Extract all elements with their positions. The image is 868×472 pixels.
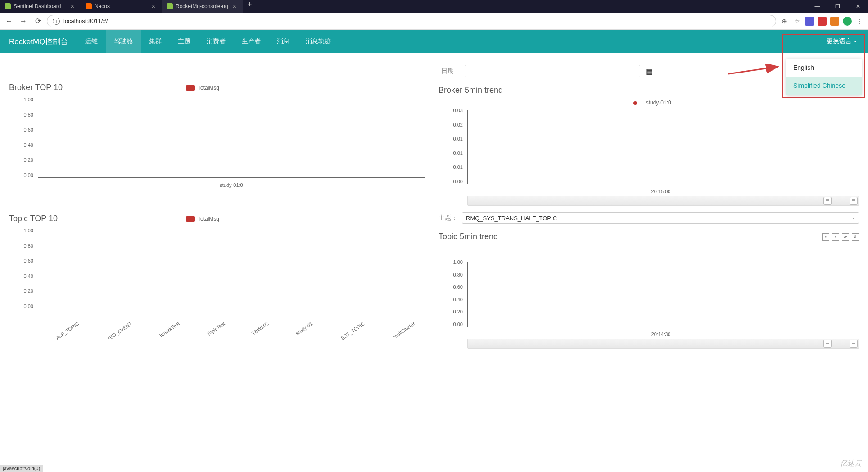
chart-topic-top: 1.00 0.80 0.60 0.40 0.20 0.00 ALF_TOPIC …	[9, 228, 429, 318]
caret-down-icon: ▾	[853, 216, 855, 221]
svg-line-1	[728, 67, 778, 74]
extension-icon[interactable]	[818, 17, 827, 26]
info-icon[interactable]: i	[53, 18, 60, 25]
maximize-button[interactable]: ❐	[827, 0, 848, 13]
close-icon[interactable]: ×	[231, 3, 238, 10]
calendar-icon[interactable]: ▦	[645, 67, 654, 76]
close-icon[interactable]: ×	[150, 3, 157, 10]
url-text: localhost:8011/#/	[63, 18, 108, 24]
nav-message-trace[interactable]: 消息轨迹	[298, 30, 339, 53]
zoom-icon[interactable]: ▫	[822, 233, 829, 241]
url-input[interactable]: i localhost:8011/#/	[47, 15, 776, 27]
tab-title: RocketMq-console-ng	[176, 3, 228, 9]
chart-topic-trend: 1.00 0.80 0.60 0.40 0.20 0.00 20:14:30	[439, 259, 859, 336]
download-icon[interactable]: ⇩	[852, 233, 859, 241]
chart-title-broker-top: Broker TOP 10	[9, 83, 63, 92]
lang-option-english[interactable]: English	[786, 59, 862, 77]
leaf-icon	[167, 3, 173, 9]
extension-icon[interactable]	[805, 17, 814, 26]
legend-broker-trend: —— study-01:0	[439, 100, 859, 106]
minimize-button[interactable]: —	[807, 0, 827, 13]
legend-swatch-icon	[186, 216, 195, 222]
menu-icon[interactable]: ⋮	[855, 17, 864, 26]
address-bar: ← → ⟳ i localhost:8011/#/ ⊕ ☆ ⋮	[0, 13, 868, 30]
topic-select[interactable]: RMQ_SYS_TRANS_HALF_TOPIC ▾	[462, 212, 859, 224]
topic-label: 主题：	[439, 214, 457, 222]
forward-button[interactable]: →	[18, 16, 29, 27]
annotation-arrow	[728, 64, 782, 77]
language-dropdown: English Simplified Chinese	[786, 59, 862, 95]
date-input[interactable]	[465, 65, 640, 77]
browser-tab-strip: Sentinel Dashboard × Nacos × RocketMq-co…	[0, 0, 868, 13]
zoom-reset-icon[interactable]: ▫	[832, 233, 839, 241]
back-button[interactable]: ←	[4, 16, 14, 27]
date-label: 日期：	[441, 67, 460, 75]
slider-handle-left[interactable]: ☰	[823, 197, 832, 205]
refresh-icon[interactable]: ⟳	[842, 233, 849, 241]
app-navbar: RocketMQ控制台 运维 驾驶舱 集群 主题 消费者 生产者 消息 消息轨迹…	[0, 30, 868, 53]
lang-option-chinese[interactable]: Simplified Chinese	[786, 77, 862, 95]
search-icon[interactable]: ⊕	[780, 17, 789, 26]
slider-handle-right[interactable]: ☰	[850, 340, 858, 348]
chart-broker-trend: 0.03 0.02 0.01 0.01 0.01 0.00 20:15:00	[439, 108, 859, 193]
close-window-button[interactable]: ✕	[848, 0, 868, 13]
language-switch[interactable]: 更换语言	[816, 37, 868, 45]
reload-button[interactable]: ⟳	[32, 16, 43, 27]
chart-broker-top: 1.00 0.80 0.60 0.40 0.20 0.00 study-01:0	[9, 97, 429, 187]
extension-icon[interactable]	[830, 17, 839, 26]
browser-tab-rocketmq[interactable]: RocketMq-console-ng ×	[162, 0, 243, 13]
tab-title: Nacos	[95, 3, 110, 9]
nav-topic[interactable]: 主题	[170, 30, 199, 53]
nav-message[interactable]: 消息	[269, 30, 298, 53]
browser-tab-sentinel[interactable]: Sentinel Dashboard ×	[0, 0, 81, 13]
time-range-slider[interactable]: ☰ ☰	[467, 339, 859, 349]
chart-title-broker-trend: Broker 5min trend	[439, 86, 503, 95]
leaf-icon	[5, 3, 11, 9]
tab-title: Sentinel Dashboard	[14, 3, 61, 9]
new-tab-button[interactable]: +	[243, 0, 256, 13]
nav-producer[interactable]: 生产者	[234, 30, 269, 53]
legend-label: TotalMsg	[198, 85, 219, 91]
nav-consumer[interactable]: 消费者	[199, 30, 234, 53]
nav-dashboard[interactable]: 驾驶舱	[106, 30, 141, 53]
app-brand: RocketMQ控制台	[0, 36, 77, 47]
watermark: 亿速云	[840, 459, 862, 468]
legend-swatch-icon	[186, 85, 195, 91]
close-icon[interactable]: ×	[69, 3, 76, 10]
caret-down-icon	[854, 41, 857, 42]
chart-title-topic-top: Topic TOP 10	[9, 214, 58, 223]
slider-handle-left[interactable]: ☰	[823, 340, 832, 348]
time-range-slider[interactable]: ☰ ☰	[467, 196, 859, 206]
chart-title-topic-trend: Topic 5min trend	[439, 232, 498, 241]
nacos-icon	[86, 3, 92, 9]
topic-value: RMQ_SYS_TRANS_HALF_TOPIC	[466, 215, 557, 222]
nav-cluster[interactable]: 集群	[141, 30, 170, 53]
slider-handle-right[interactable]: ☰	[850, 197, 858, 205]
star-icon[interactable]: ☆	[792, 17, 801, 26]
browser-tab-nacos[interactable]: Nacos ×	[81, 0, 162, 13]
status-bar: javascript:void(0)	[0, 465, 43, 472]
profile-icon[interactable]	[843, 17, 852, 26]
legend-broker-top: TotalMsg	[186, 85, 219, 91]
legend-label: TotalMsg	[198, 216, 219, 222]
language-label: 更换语言	[827, 37, 852, 45]
legend-topic-top: TotalMsg	[186, 216, 219, 222]
nav-ops[interactable]: 运维	[77, 30, 106, 53]
